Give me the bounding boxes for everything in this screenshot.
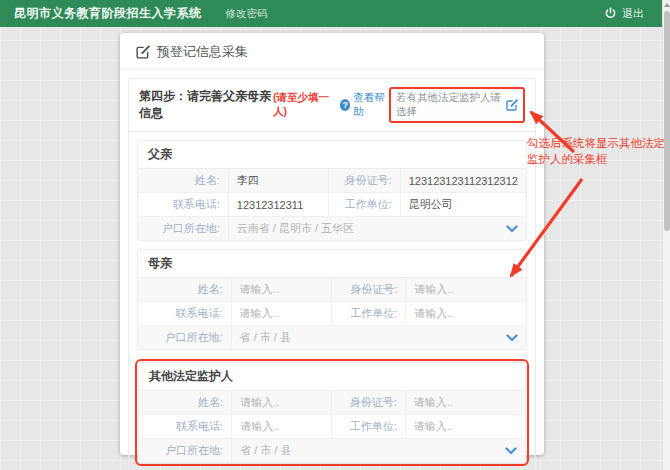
section-father-title: 父亲 bbox=[138, 141, 526, 169]
guardian-select-label: 若有其他法定监护人请选择 bbox=[396, 91, 502, 119]
power-icon bbox=[604, 7, 617, 20]
chevron-down-icon[interactable] bbox=[506, 334, 518, 342]
logout-button[interactable]: 退出 bbox=[604, 6, 644, 21]
table-row: 户口所在地: 云南省 / 昆明市 / 五华区 bbox=[138, 217, 526, 241]
page-title: 预登记信息采集 bbox=[157, 43, 248, 61]
app-title: 昆明市义务教育阶段招生入学系统 bbox=[14, 5, 202, 22]
mother-region-value: 省 / 市 / 县 bbox=[240, 330, 291, 345]
form-panel: 第四步：请完善父亲母亲信息 (请至少填一人) ? 查看帮助 若有其他法定监护人请… bbox=[128, 78, 536, 470]
mother-employer-field[interactable]: 请输入.. bbox=[406, 302, 526, 326]
mother-name-field[interactable]: 请输入.. bbox=[231, 278, 332, 302]
field-label: 户口所在地: bbox=[138, 326, 231, 350]
question-circle-icon: ? bbox=[340, 99, 350, 111]
chevron-down-icon[interactable] bbox=[505, 447, 517, 455]
table-row: 联系电话: 请输入.. 工作单位: 请输入.. bbox=[138, 302, 526, 326]
father-name-field[interactable]: 李四 bbox=[228, 169, 328, 193]
table-row: 联系电话: 请输入.. 工作单位: 请输入.. bbox=[139, 415, 525, 439]
guardian-id-field[interactable]: 请输入.. bbox=[405, 391, 525, 415]
section-father: 父亲 姓名: 李四 身份证号: 123123123112312312 联系电话:… bbox=[137, 140, 527, 241]
top-nav-bar: 昆明市义务教育阶段招生入学系统 修改密码 退出 bbox=[0, 0, 662, 27]
field-label: 联系电话: bbox=[139, 415, 232, 439]
table-row: 户口所在地: 省 / 市 / 县 bbox=[138, 326, 526, 350]
table-row: 联系电话: 12312312311 工作单位: 昆明公司 bbox=[138, 193, 526, 217]
father-fields-table: 姓名: 李四 身份证号: 123123123112312312 联系电话: 12… bbox=[138, 169, 526, 240]
other-guardian-select-button[interactable]: 若有其他法定监护人请选择 bbox=[389, 87, 525, 123]
mother-fields-table: 姓名: 请输入.. 身份证号: 请输入.. 联系电话: 请输入.. 工作单位: … bbox=[138, 278, 526, 349]
mother-id-field[interactable]: 请输入.. bbox=[406, 278, 526, 302]
field-label: 姓名: bbox=[138, 169, 228, 193]
field-label: 联系电话: bbox=[138, 302, 231, 326]
section-mother: 母亲 姓名: 请输入.. 身份证号: 请输入.. 联系电话: 请输入.. 工作单… bbox=[137, 249, 527, 350]
field-label: 工作单位: bbox=[332, 302, 406, 326]
guardian-region-select[interactable]: 省 / 市 / 县 bbox=[232, 439, 525, 463]
change-password-link[interactable]: 修改密码 bbox=[226, 7, 268, 21]
field-label: 姓名: bbox=[139, 391, 232, 415]
field-label: 户口所在地: bbox=[139, 439, 232, 463]
card-header: 预登记信息采集 bbox=[120, 33, 544, 70]
guardian-name-field[interactable]: 请输入.. bbox=[232, 391, 332, 415]
step-hint: (请至少填一人) bbox=[273, 91, 333, 119]
chevron-down-icon[interactable] bbox=[506, 225, 518, 233]
father-phone-field[interactable]: 12312312311 bbox=[228, 193, 328, 217]
scrollbar-thumb[interactable] bbox=[664, 11, 670, 231]
father-region-value: 云南省 / 昆明市 / 五华区 bbox=[237, 221, 354, 236]
guardian-employer-field[interactable]: 请输入.. bbox=[405, 415, 525, 439]
guardian-region-value: 省 / 市 / 县 bbox=[240, 443, 291, 458]
table-row: 姓名: 请输入.. 身份证号: 请输入.. bbox=[138, 278, 526, 302]
father-employer-field[interactable]: 昆明公司 bbox=[400, 193, 526, 217]
table-row: 户口所在地: 省 / 市 / 县 bbox=[139, 439, 525, 463]
field-label: 姓名: bbox=[138, 278, 231, 302]
scrollbar[interactable] bbox=[662, 0, 670, 470]
edit-square-icon bbox=[136, 45, 150, 59]
field-label: 身份证号: bbox=[332, 391, 405, 415]
check-square-icon bbox=[506, 99, 518, 111]
section-other-guardian-title: 其他法定监护人 bbox=[139, 363, 525, 391]
table-row: 姓名: 李四 身份证号: 123123123112312312 bbox=[138, 169, 526, 193]
field-label: 联系电话: bbox=[138, 193, 228, 217]
annotation-note: 勾选后系统将显示其他法定监护人的采集框 bbox=[527, 135, 670, 168]
father-region-select[interactable]: 云南省 / 昆明市 / 五华区 bbox=[228, 217, 526, 241]
guardian-fields-table: 姓名: 请输入.. 身份证号: 请输入.. 联系电话: 请输入.. 工作单位: … bbox=[139, 391, 525, 462]
field-label: 身份证号: bbox=[332, 278, 406, 302]
step-header-row: 第四步：请完善父亲母亲信息 (请至少填一人) ? 查看帮助 若有其他法定监护人请… bbox=[129, 79, 535, 132]
section-other-guardian: 其他法定监护人 姓名: 请输入.. 身份证号: 请输入.. 联系电话: 请输入.… bbox=[138, 362, 526, 463]
view-help-label: 查看帮助 bbox=[353, 91, 389, 119]
logout-label: 退出 bbox=[622, 6, 644, 21]
table-row: 姓名: 请输入.. 身份证号: 请输入.. bbox=[139, 391, 525, 415]
scrollbar-up-arrow[interactable] bbox=[664, 3, 670, 7]
step-title: 第四步：请完善父亲母亲信息 bbox=[139, 88, 273, 122]
section-mother-title: 母亲 bbox=[138, 250, 526, 278]
father-id-field[interactable]: 123123123112312312 bbox=[400, 169, 526, 193]
view-help-link[interactable]: ? 查看帮助 bbox=[340, 91, 389, 119]
field-label: 户口所在地: bbox=[138, 217, 228, 241]
field-label: 工作单位: bbox=[328, 193, 400, 217]
mother-region-select[interactable]: 省 / 市 / 县 bbox=[231, 326, 526, 350]
field-label: 工作单位: bbox=[332, 415, 405, 439]
pre-registration-card: 预登记信息采集 第四步：请完善父亲母亲信息 (请至少填一人) ? 查看帮助 若有… bbox=[120, 33, 544, 455]
field-label: 身份证号: bbox=[328, 169, 400, 193]
mother-phone-field[interactable]: 请输入.. bbox=[231, 302, 332, 326]
guardian-phone-field[interactable]: 请输入.. bbox=[232, 415, 332, 439]
